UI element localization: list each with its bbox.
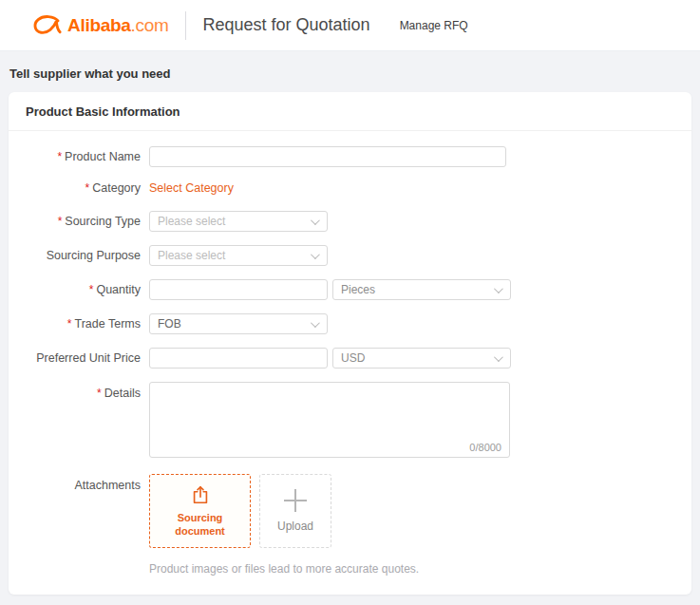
trade-terms-select[interactable]: FOB bbox=[149, 313, 328, 334]
alibaba-logo[interactable]: Alibaba.com bbox=[31, 13, 169, 38]
sourcing-purpose-select[interactable]: Please select bbox=[149, 245, 328, 266]
required-asterisk: * bbox=[85, 181, 90, 195]
attachments-row: Attachments Sourcing document bbox=[9, 474, 674, 548]
chevron-down-icon bbox=[494, 284, 503, 293]
product-basic-info-card: Product Basic Information *Product Name … bbox=[9, 92, 691, 595]
preferred-unit-price-label: Preferred Unit Price bbox=[9, 350, 149, 366]
preferred-unit-price-input[interactable] bbox=[149, 348, 328, 369]
quantity-input[interactable] bbox=[149, 279, 328, 300]
required-asterisk: * bbox=[57, 150, 62, 163]
product-name-label: *Product Name bbox=[9, 149, 149, 164]
details-label: *Details bbox=[9, 382, 149, 401]
required-asterisk: * bbox=[67, 317, 72, 331]
quantity-label: *Quantity bbox=[9, 282, 149, 297]
quantity-unit-value: Pieces bbox=[341, 283, 375, 296]
chevron-down-icon bbox=[311, 250, 320, 259]
product-name-row: *Product Name bbox=[9, 146, 674, 167]
section-heading: Tell supplier what you need bbox=[9, 66, 700, 81]
upload-label: Upload bbox=[277, 520, 313, 533]
manage-rfq-link[interactable]: Manage RFQ bbox=[400, 19, 468, 32]
chevron-down-icon bbox=[311, 216, 320, 225]
sourcing-purpose-placeholder: Please select bbox=[158, 249, 225, 262]
top-header: Alibaba.com Request for Quotation Manage… bbox=[0, 0, 700, 51]
logo-tld-text: .com bbox=[131, 15, 169, 36]
sourcing-type-placeholder: Please select bbox=[158, 215, 225, 228]
currency-select[interactable]: USD bbox=[332, 348, 511, 369]
details-char-counter: 0/8000 bbox=[469, 442, 501, 453]
details-textarea-wrap: 0/8000 bbox=[149, 382, 510, 458]
trade-terms-value: FOB bbox=[158, 317, 181, 331]
sourcing-type-select[interactable]: Please select bbox=[149, 211, 328, 232]
attachments-label: Attachments bbox=[9, 474, 149, 493]
plus-icon bbox=[284, 489, 307, 512]
card-header: Product Basic Information bbox=[9, 92, 691, 131]
category-row: *Category Select Category bbox=[9, 180, 674, 196]
product-name-input[interactable] bbox=[149, 146, 506, 167]
preferred-unit-price-row: Preferred Unit Price USD bbox=[9, 348, 674, 369]
currency-value: USD bbox=[341, 351, 365, 365]
logo-brand-text: Alibaba bbox=[67, 15, 131, 36]
attachments-hint: Product images or files lead to more acc… bbox=[149, 562, 674, 576]
alibaba-logo-icon bbox=[31, 13, 64, 38]
select-category-link[interactable]: Select Category bbox=[149, 181, 234, 195]
sourcing-document-label: Sourcing document bbox=[167, 511, 234, 538]
main-content: Tell supplier what you need Product Basi… bbox=[0, 66, 700, 595]
quantity-row: *Quantity Pieces bbox=[9, 279, 674, 300]
page-title: Request for Quotation bbox=[203, 15, 370, 35]
form: *Product Name *Category Select Category … bbox=[9, 131, 691, 595]
required-asterisk: * bbox=[58, 215, 63, 228]
sourcing-purpose-row: Sourcing Purpose Please select bbox=[9, 245, 674, 266]
sourcing-document-button[interactable]: Sourcing document bbox=[149, 474, 251, 548]
details-row: *Details 0/8000 bbox=[9, 382, 674, 458]
quantity-unit-select[interactable]: Pieces bbox=[332, 279, 511, 300]
sourcing-purpose-label: Sourcing Purpose bbox=[9, 248, 149, 263]
card-title: Product Basic Information bbox=[26, 104, 674, 119]
chevron-down-icon bbox=[494, 352, 503, 362]
trade-terms-row: *Trade Terms FOB bbox=[9, 313, 674, 334]
upload-document-icon bbox=[190, 484, 211, 505]
chevron-down-icon bbox=[311, 318, 320, 328]
sourcing-type-label: *Sourcing Type bbox=[9, 214, 149, 229]
upload-button[interactable]: Upload bbox=[259, 474, 331, 548]
sourcing-type-row: *Sourcing Type Please select bbox=[9, 211, 674, 232]
category-label: *Category bbox=[9, 180, 149, 196]
required-asterisk: * bbox=[97, 387, 102, 400]
trade-terms-label: *Trade Terms bbox=[9, 316, 149, 331]
header-divider bbox=[185, 11, 186, 40]
details-textarea[interactable] bbox=[150, 383, 509, 442]
required-asterisk: * bbox=[89, 283, 94, 296]
